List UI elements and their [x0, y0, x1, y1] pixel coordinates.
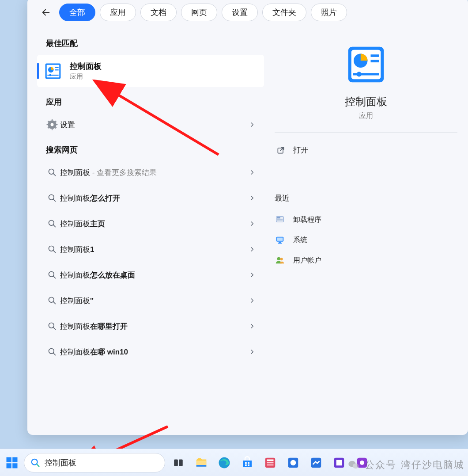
- svg-rect-64: [245, 462, 247, 464]
- svg-rect-70: [267, 462, 274, 463]
- best-match-subtitle: 应用: [70, 72, 102, 81]
- taskbar-store[interactable]: [238, 453, 257, 472]
- taskbar-app-4[interactable]: [329, 453, 349, 472]
- tab-docs[interactable]: 文档: [140, 4, 177, 21]
- search-icon: [44, 194, 60, 202]
- preview-pane: 控制面板 应用 打开 最近 卸载程序 系统: [264, 26, 468, 435]
- web-prefix: 控制面板: [60, 322, 90, 331]
- svg-line-32: [53, 353, 56, 355]
- taskbar-task-view[interactable]: [169, 453, 188, 472]
- web-row[interactable]: 控制面板主页: [37, 211, 264, 236]
- svg-rect-48: [278, 243, 282, 244]
- svg-rect-11: [47, 124, 49, 125]
- tab-label: 全部: [69, 7, 85, 18]
- taskbar-app-3[interactable]: [306, 453, 326, 472]
- chevron-right-icon: [249, 272, 255, 278]
- svg-rect-4: [55, 69, 59, 70]
- svg-rect-5: [47, 74, 58, 75]
- svg-rect-36: [371, 54, 379, 57]
- taskbar-app-2[interactable]: [283, 453, 303, 472]
- tab-all[interactable]: 全部: [59, 4, 95, 21]
- web-row[interactable]: 控制面板怎么放在桌面: [37, 262, 264, 288]
- web-suffix: 主页: [90, 220, 105, 228]
- web-row[interactable]: 控制面板'': [37, 288, 264, 313]
- svg-rect-12: [56, 124, 57, 125]
- web-hint: - 查看更多搜索结果: [90, 168, 157, 177]
- preview-subtitle: 应用: [359, 111, 373, 121]
- web-prefix: 控制面板: [60, 194, 90, 202]
- svg-rect-55: [7, 463, 11, 468]
- best-match-item[interactable]: 控制面板 应用: [37, 55, 264, 87]
- web-row[interactable]: 控制面板在哪 win10: [37, 339, 264, 365]
- tab-photos[interactable]: 照片: [311, 4, 347, 21]
- web-suffix: 在哪 win10: [90, 348, 128, 356]
- taskbar-app-5[interactable]: [352, 453, 372, 472]
- watermark-text: 湾仔沙电脑城: [401, 458, 464, 472]
- apps-heading: 应用: [37, 90, 264, 112]
- folder-icon: [195, 456, 208, 469]
- back-button[interactable]: [37, 4, 55, 21]
- web-row[interactable]: 控制面板1: [37, 236, 264, 262]
- gear-icon: [44, 119, 60, 130]
- web-suffix: 怎么打开: [90, 194, 120, 202]
- svg-rect-53: [7, 457, 11, 462]
- svg-point-73: [291, 460, 296, 465]
- open-action[interactable]: 打开: [275, 142, 457, 158]
- chevron-right-icon: [249, 169, 255, 175]
- recent-label: 用户帐户: [293, 256, 321, 265]
- start-button[interactable]: [4, 454, 20, 471]
- tab-label: 照片: [321, 7, 337, 18]
- web-prefix: 控制面板: [60, 220, 90, 228]
- tab-folders[interactable]: 文件夹: [262, 4, 306, 21]
- store-icon: [241, 456, 254, 469]
- web-suffix: 在哪里打开: [90, 322, 128, 331]
- svg-rect-60: [179, 459, 183, 466]
- app-icon: [264, 456, 277, 469]
- taskbar-file-explorer[interactable]: [192, 453, 211, 472]
- search-colored-icon: [30, 458, 40, 468]
- svg-rect-54: [12, 457, 17, 462]
- svg-point-78: [360, 461, 364, 465]
- app-row-settings[interactable]: 设置: [37, 112, 264, 137]
- edge-icon: [218, 456, 231, 469]
- svg-rect-42: [277, 217, 280, 219]
- search-icon: [44, 219, 60, 228]
- tab-label: 文档: [151, 7, 166, 18]
- svg-rect-47: [279, 242, 281, 243]
- recent-heading: 最近: [275, 193, 457, 203]
- taskbar-edge[interactable]: [215, 453, 234, 472]
- web-row[interactable]: 控制面板 - 查看更多搜索结果: [37, 160, 264, 185]
- svg-line-58: [37, 464, 39, 466]
- svg-rect-44: [277, 221, 283, 221]
- task-view-icon: [173, 457, 184, 468]
- divider: [275, 132, 457, 133]
- arrow-left-icon: [41, 8, 51, 17]
- recent-row[interactable]: 卸载程序: [275, 209, 457, 230]
- search-icon: [44, 322, 60, 331]
- web-row[interactable]: 控制面板在哪里打开: [37, 313, 264, 339]
- svg-line-30: [53, 327, 56, 330]
- recent-label: 卸载程序: [293, 215, 321, 225]
- chevron-right-icon: [249, 323, 255, 329]
- taskbar-app-1[interactable]: [260, 453, 280, 472]
- web-prefix: 控制面板: [60, 245, 90, 254]
- web-row[interactable]: 控制面板怎么打开: [37, 185, 264, 211]
- recent-row[interactable]: 用户帐户: [275, 250, 457, 270]
- tab-label: 应用: [110, 7, 126, 18]
- web-heading: 搜索网页: [37, 137, 264, 160]
- uninstall-icon: [275, 214, 285, 225]
- recent-row[interactable]: 系统: [275, 230, 457, 250]
- open-label: 打开: [293, 145, 308, 155]
- chevron-right-icon: [249, 122, 255, 128]
- taskbar-search[interactable]: [24, 453, 165, 472]
- svg-point-49: [277, 257, 280, 260]
- app-row-label: 设置: [60, 121, 75, 129]
- control-panel-large-icon: [347, 46, 385, 83]
- recent-label: 系统: [293, 236, 307, 245]
- web-suffix: 1: [90, 245, 94, 254]
- tab-web[interactable]: 网页: [181, 4, 217, 21]
- tab-apps[interactable]: 应用: [100, 4, 136, 21]
- tab-settings[interactable]: 设置: [222, 4, 258, 21]
- svg-rect-76: [336, 460, 342, 465]
- taskbar-search-input[interactable]: [45, 458, 159, 467]
